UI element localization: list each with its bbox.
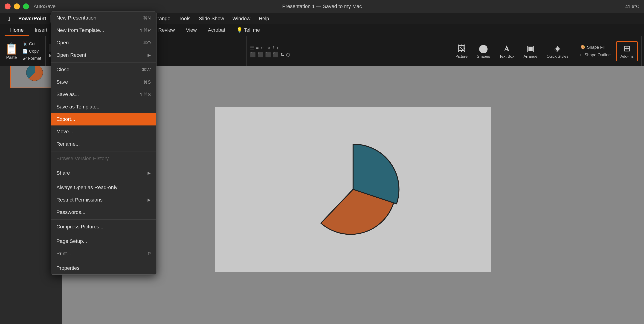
menu-item-print[interactable]: Print... ⌘P (51, 247, 156, 260)
new-presentation-label: New Presentation (56, 15, 96, 21)
share-arrow: ▶ (148, 170, 151, 175)
decrease-indent-button[interactable]: ⇤ (260, 45, 264, 51)
format-icon: 🖌 (22, 56, 27, 61)
autosave-label: AutoSave (34, 3, 56, 9)
compress-pictures-label: Compress Pictures... (56, 224, 103, 230)
shapes-button[interactable]: ⬤ Shapes (474, 42, 493, 61)
arrange-label: Arrange (524, 54, 537, 59)
menu-item-share[interactable]: Share ▶ (51, 167, 156, 179)
menubar-item-tools[interactable]: Tools (174, 14, 194, 23)
passwords-label: Passwords... (56, 209, 86, 215)
menu-item-save[interactable]: Save ⌘S (51, 76, 156, 88)
rename-label: Rename... (56, 141, 80, 147)
menu-item-export[interactable]: Export... (51, 113, 156, 126)
menu-item-close[interactable]: Close ⌘W (51, 63, 156, 76)
cut-button[interactable]: ✂️ Cut (21, 41, 43, 47)
menubar-item-help[interactable]: Help (254, 14, 273, 23)
tab-home[interactable]: Home (4, 25, 29, 36)
copy-button[interactable]: 📄 Copy (21, 48, 43, 54)
menu-item-passwords[interactable]: Passwords... (51, 206, 156, 218)
line-spacing-button[interactable]: ↕ (276, 45, 278, 51)
justify-button[interactable]: ⬛ (273, 52, 278, 57)
text-direction-button[interactable]: ⇅ (280, 52, 284, 57)
copy-icon: 📄 (22, 49, 28, 54)
shape-outline-icon: □ (580, 53, 583, 57)
restrict-permissions-arrow: ▶ (148, 197, 151, 202)
new-from-template-shortcut: ⇧⌘P (139, 27, 151, 33)
save-as-shortcut: ⇧⌘S (139, 92, 151, 97)
align-right-button[interactable]: ⬛ (265, 52, 271, 57)
menu-item-save-as-template[interactable]: Save as Template... (51, 101, 156, 113)
columns-button[interactable]: ⫶ (272, 45, 274, 51)
menubar-item-slideshow[interactable]: Slide Show (195, 14, 228, 23)
tab-insert[interactable]: Insert (29, 25, 53, 36)
align-center-button[interactable]: ⬛ (258, 52, 263, 57)
quick-styles-button[interactable]: ◈ Quick Styles (544, 42, 571, 61)
menu-item-new-from-template[interactable]: New from Template... ⇧⌘P (51, 24, 156, 36)
tab-view[interactable]: View (180, 25, 202, 36)
pie-chart (305, 141, 402, 238)
menu-item-rename[interactable]: Rename... (51, 138, 156, 150)
shape-outline-button[interactable]: □ Shape Outline (579, 52, 612, 58)
menu-divider-6 (51, 234, 156, 234)
close-shortcut: ⌘W (142, 67, 151, 72)
numbering-button[interactable]: ≡ (256, 45, 259, 51)
quick-styles-label: Quick Styles (547, 54, 568, 59)
paste-icon: 📋 (4, 42, 18, 55)
slide-canvas (215, 107, 491, 272)
print-label: Print... (56, 251, 71, 257)
bullets-button[interactable]: ☰ (250, 45, 254, 51)
new-from-template-label: New from Template... (56, 27, 104, 33)
open-label: Open... (56, 40, 73, 46)
page-setup-label: Page Setup... (56, 238, 87, 244)
arrange-icon: ▣ (526, 44, 534, 53)
format-button[interactable]: 🖌 Format (21, 55, 43, 62)
arrange-button[interactable]: ▣ Arrange (521, 42, 540, 61)
paste-button[interactable]: 📋 Paste (4, 42, 18, 60)
menu-item-page-setup[interactable]: Page Setup... (51, 235, 156, 247)
menu-item-compress-pictures[interactable]: Compress Pictures... (51, 221, 156, 233)
menu-item-new-presentation[interactable]: New Presentation ⌘N (51, 12, 156, 24)
menu-item-restrict-permissions[interactable]: Restrict Permissions ▶ (51, 194, 156, 206)
increase-indent-button[interactable]: ⇥ (266, 45, 270, 51)
menubar-item-powerpoint[interactable]: PowerPoint (14, 14, 50, 23)
system-icons: 41.6°C (625, 4, 640, 9)
temperature-label: 41.6°C (625, 4, 640, 9)
apple-menu[interactable]:  (4, 14, 14, 24)
shapes-icon: ⬤ (479, 44, 488, 53)
tab-tellme[interactable]: 💡 Tell me (231, 25, 266, 36)
menu-item-open-recent[interactable]: Open Recent ▶ (51, 49, 156, 61)
shape-fill-label: Shape Fill (587, 45, 605, 50)
add-ins-label: Add-ins (620, 54, 634, 59)
shape-fill-button[interactable]: 🎨 Shape Fill (579, 44, 612, 51)
tab-acrobat[interactable]: Acrobat (202, 25, 231, 36)
add-ins-icon: ⊞ (624, 44, 630, 53)
menubar-item-window[interactable]: Window (228, 14, 254, 23)
picture-label: Picture (456, 54, 468, 59)
menu-item-save-as[interactable]: Save as... ⇧⌘S (51, 88, 156, 101)
shapes-label: Shapes (477, 54, 490, 59)
convert-smartart-button[interactable]: ⬡ (286, 52, 290, 57)
tab-review[interactable]: Review (153, 25, 180, 36)
menu-divider-7 (51, 261, 156, 261)
move-label: Move... (56, 129, 73, 135)
add-ins-button[interactable]: ⊞ Add-ins (616, 41, 638, 61)
picture-button[interactable]: 🖼 Picture (453, 42, 470, 61)
window-title: Presentation 1 — Saved to my Mac (282, 3, 362, 9)
traffic-lights (4, 3, 29, 9)
menu-divider-3 (51, 166, 156, 166)
print-shortcut: ⌘P (143, 251, 151, 256)
align-left-button[interactable]: ⬛ (250, 52, 256, 57)
close-label: Close (56, 67, 69, 73)
textbox-button[interactable]: 𝐀 Text Box (496, 42, 517, 61)
menu-item-move[interactable]: Move... (51, 126, 156, 138)
save-shortcut: ⌘S (143, 79, 151, 85)
minimize-button[interactable] (14, 3, 20, 9)
close-button[interactable] (4, 3, 10, 9)
menu-item-properties[interactable]: Properties (51, 262, 156, 274)
restrict-permissions-label: Restrict Permissions (56, 197, 102, 203)
menu-item-always-read-only[interactable]: Always Open as Read-only (51, 181, 156, 194)
menu-item-open[interactable]: Open... ⌘O (51, 36, 156, 49)
maximize-button[interactable] (23, 3, 29, 9)
share-label: Share (56, 170, 70, 176)
